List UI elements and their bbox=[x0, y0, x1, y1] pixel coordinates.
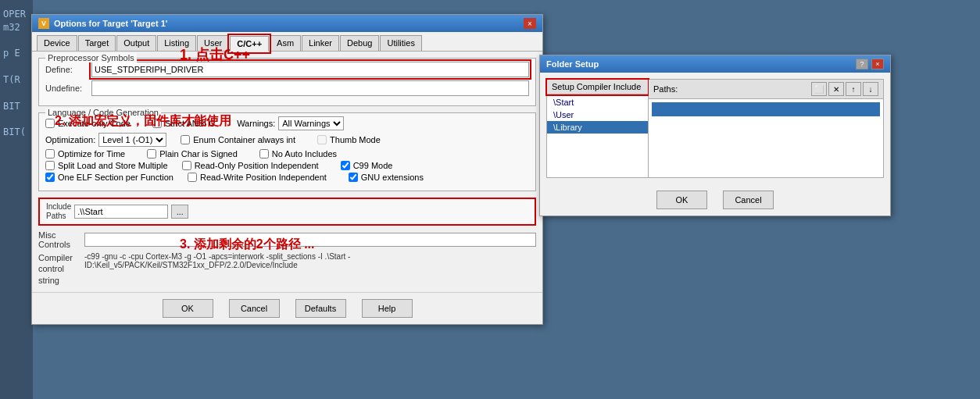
plain-char-text: Plain Char is Signed bbox=[159, 149, 238, 159]
tab-debug[interactable]: Debug bbox=[340, 35, 379, 51]
folder-bottom-buttons: OK Cancel bbox=[540, 184, 890, 216]
options-help-button[interactable]: Help bbox=[362, 299, 413, 318]
tree-item-library[interactable]: \Library bbox=[547, 121, 648, 134]
tab-device[interactable]: Device bbox=[37, 35, 77, 51]
plain-char-label[interactable]: Plain Char is Signed bbox=[147, 149, 238, 159]
options-ok-button[interactable]: OK bbox=[163, 299, 213, 318]
gnu-ext-label[interactable]: GNU extensions bbox=[349, 173, 424, 182]
app-icon: V bbox=[38, 18, 49, 29]
include-paths-label: IncludePaths bbox=[46, 202, 71, 221]
preprocessor-label: Preprocessor Symbols bbox=[45, 53, 137, 62]
optimize-time-row: Optimize for Time Plain Char is Signed N… bbox=[45, 149, 529, 159]
right-panel-toolbar: ⬜ ✕ ↑ ↓ bbox=[811, 82, 878, 96]
readonly-pos-label[interactable]: Read-Only Position Independent bbox=[182, 161, 319, 170]
tab-output[interactable]: Output bbox=[116, 35, 156, 51]
tree-item-start[interactable]: \Start bbox=[547, 96, 648, 109]
one-elf-label[interactable]: One ELF Section per Function bbox=[45, 173, 173, 182]
include-paths-row: IncludePaths ... bbox=[46, 202, 528, 221]
tree-item-user[interactable]: \User bbox=[547, 109, 648, 121]
tab-bar: Device Target Output Listing User C/C++ … bbox=[32, 32, 542, 52]
options-dialog: V Options for Target 'Target 1' × Device… bbox=[31, 14, 543, 325]
tab-asm[interactable]: Asm bbox=[270, 35, 301, 51]
define-input[interactable] bbox=[91, 62, 529, 77]
folder-close-button[interactable]: × bbox=[871, 59, 884, 69]
define-row: Define: bbox=[45, 62, 529, 77]
c99-mode-checkbox[interactable] bbox=[341, 161, 350, 170]
right-panel: Paths: ⬜ ✕ ↑ ↓ bbox=[649, 80, 883, 177]
annotation-step3: 3. 添加剩余的2个路径 ... bbox=[180, 237, 314, 253]
execute-only-checkbox[interactable] bbox=[45, 119, 55, 128]
options-defaults-button[interactable]: Defaults bbox=[295, 299, 346, 318]
split-load-row: Split Load and Store Multiple Read-Only … bbox=[45, 161, 529, 170]
left-panel: Setup Compiler Include \Start \User \Lib… bbox=[547, 80, 649, 177]
compiler-section: Compiler control string -c99 -gnu -c -cp… bbox=[38, 252, 536, 286]
thumb-mode-checkbox bbox=[317, 135, 327, 144]
readwrite-pos-label[interactable]: Read-Write Position Independent bbox=[188, 173, 327, 182]
readwrite-pos-checkbox[interactable] bbox=[188, 173, 197, 182]
undefine-input[interactable] bbox=[91, 80, 529, 96]
readonly-pos-checkbox[interactable] bbox=[182, 161, 191, 170]
tab-cpp[interactable]: C/C++ bbox=[230, 36, 269, 52]
optimization-select[interactable]: Level 1 (-O1) bbox=[98, 133, 166, 147]
folder-titlebar: Folder Setup ? × bbox=[540, 55, 890, 73]
include-paths-input[interactable] bbox=[74, 205, 168, 219]
readonly-pos-text: Read-Only Position Independent bbox=[195, 161, 319, 170]
enum-container-text: Enum Container always int bbox=[193, 135, 295, 144]
include-paths-section: IncludePaths ... bbox=[38, 198, 536, 226]
toolbar-new-button[interactable]: ⬜ bbox=[811, 82, 827, 96]
no-auto-includes-checkbox[interactable] bbox=[259, 149, 269, 159]
plain-char-checkbox[interactable] bbox=[147, 149, 156, 159]
folder-help-button[interactable]: ? bbox=[856, 59, 868, 69]
warnings-select[interactable]: All Warnings bbox=[278, 116, 344, 130]
options-cancel-button[interactable]: Cancel bbox=[229, 299, 280, 318]
annotation-step2: 2. 添加宏定义，固件库才能使用 bbox=[55, 113, 231, 130]
optimization-label: Optimization: bbox=[45, 135, 95, 144]
toolbar-up-button[interactable]: ↑ bbox=[846, 82, 861, 96]
split-load-checkbox[interactable] bbox=[45, 161, 55, 170]
no-auto-includes-text: No Auto Includes bbox=[272, 149, 337, 159]
thumb-mode-label: Thumb Mode bbox=[317, 135, 381, 144]
split-load-label[interactable]: Split Load and Store Multiple bbox=[45, 161, 168, 170]
options-title: Options for Target 'Target 1' bbox=[54, 19, 167, 28]
tab-linker[interactable]: Linker bbox=[302, 35, 339, 51]
thumb-mode-text: Thumb Mode bbox=[330, 135, 381, 144]
tab-utilities[interactable]: Utilities bbox=[380, 35, 421, 51]
toolbar-delete-button[interactable]: ✕ bbox=[828, 82, 844, 96]
split-load-text: Split Load and Store Multiple bbox=[58, 161, 168, 170]
c99-mode-text: C99 Mode bbox=[353, 161, 393, 170]
left-panel-items: \Start \User \Library bbox=[547, 94, 648, 135]
enum-container-checkbox[interactable] bbox=[181, 135, 190, 144]
include-paths-browse-button[interactable]: ... bbox=[171, 205, 188, 219]
one-elf-text: One ELF Section per Function bbox=[58, 173, 173, 182]
options-close-button[interactable]: × bbox=[524, 18, 536, 29]
define-label: Define: bbox=[45, 65, 88, 74]
folder-cancel-button[interactable]: Cancel bbox=[723, 191, 774, 209]
one-elf-row: One ELF Section per Function Read-Write … bbox=[45, 173, 529, 182]
right-panel-content bbox=[649, 99, 883, 177]
warnings-label: Warnings: bbox=[237, 119, 275, 128]
options-bottom-buttons: OK Cancel Defaults Help bbox=[32, 292, 542, 324]
folder-ok-button[interactable]: OK bbox=[656, 191, 707, 209]
folder-setup-dialog: Folder Setup ? × Setup Compiler Include … bbox=[539, 55, 891, 216]
tab-target[interactable]: Target bbox=[78, 35, 116, 51]
no-auto-includes-label[interactable]: No Auto Includes bbox=[259, 149, 337, 159]
folder-title-buttons: ? × bbox=[856, 59, 884, 69]
enum-container-label[interactable]: Enum Container always int bbox=[181, 135, 295, 144]
optimize-time-text: Optimize for Time bbox=[58, 149, 125, 159]
right-panel-label: Paths: bbox=[653, 84, 678, 94]
optimize-time-checkbox[interactable] bbox=[45, 149, 55, 159]
one-elf-checkbox[interactable] bbox=[45, 173, 55, 182]
titlebar-left: V Options for Target 'Target 1' bbox=[38, 18, 167, 29]
undefine-row: Undefine: bbox=[45, 80, 529, 96]
compiler-value: -c99 -gnu -c -cpu Cortex-M3 -g -O1 -apcs… bbox=[84, 252, 536, 286]
c99-mode-label[interactable]: C99 Mode bbox=[341, 161, 393, 170]
folder-title: Folder Setup bbox=[546, 59, 599, 69]
selected-path-row[interactable] bbox=[652, 102, 880, 116]
compiler-label: Compiler control string bbox=[38, 252, 81, 286]
misc-controls-label: MiscControls bbox=[38, 230, 81, 249]
optimize-time-label[interactable]: Optimize for Time bbox=[45, 149, 125, 159]
toolbar-down-button[interactable]: ↓ bbox=[863, 82, 878, 96]
folder-content: Setup Compiler Include \Start \User \Lib… bbox=[540, 73, 890, 184]
preprocessor-section: Preprocessor Symbols Define: Undefine: bbox=[38, 58, 536, 106]
gnu-ext-checkbox[interactable] bbox=[349, 173, 358, 182]
